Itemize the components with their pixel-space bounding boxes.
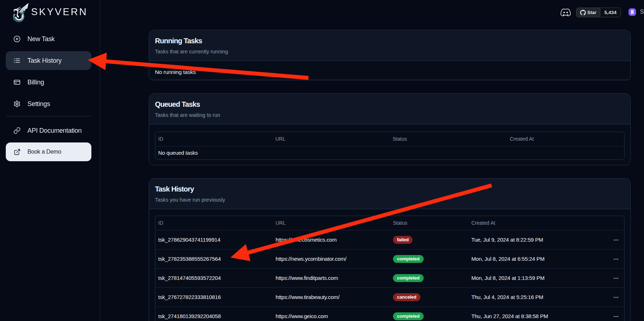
column-header-url: URL	[273, 132, 390, 146]
status-badge: canceled	[393, 293, 420, 301]
brand-logo[interactable]: SKYVERN	[13, 2, 88, 23]
link-icon	[13, 127, 21, 134]
card-title: Running Tasks	[155, 36, 624, 45]
card-description: Tasks that are currently running	[155, 49, 624, 54]
task-url-cell: https://www.finditparts.com	[273, 268, 390, 287]
column-header-id: ID	[155, 216, 273, 230]
column-header-url: URL	[273, 216, 390, 230]
card-description: Tasks that are waiting to run	[155, 112, 624, 118]
task-created-cell: Tue, Jul 9, 2024 at 8:22:59 PM	[468, 230, 606, 249]
github-star-label: Star	[587, 10, 596, 15]
table: ID URL Status Created At No queued tasks	[155, 132, 624, 159]
github-icon	[580, 10, 586, 16]
external-link-icon	[13, 148, 21, 155]
sidebar-secondary-nav: API Documentation Book a Demo	[6, 121, 91, 161]
dots-horizontal-icon[interactable]	[613, 277, 619, 279]
card-content: ID URL Status Created At tsk_27862904374…	[149, 209, 630, 321]
card-content: ID URL Status Created At No queued tasks	[149, 124, 630, 160]
sidebar-item-label: Book a Demo	[27, 149, 61, 155]
task-created-cell: Mon, Jul 8, 2024 at 1:13:59 PM	[468, 268, 606, 287]
table-header-row: ID URL Status Created At	[155, 216, 624, 230]
brand-name: SKYVERN	[31, 7, 88, 17]
task-id-cell: tsk_278629043741199914	[155, 230, 273, 249]
column-header-status: Status	[390, 216, 468, 230]
list-icon	[13, 57, 21, 64]
task-status-cell: failed	[390, 230, 468, 249]
queued-tasks-empty: No queued tasks	[155, 146, 624, 159]
task-row[interactable]: tsk_276727822333810816 https://www.tirab…	[155, 287, 624, 307]
running-tasks-card: Running Tasks Tasks that are currently r…	[149, 30, 631, 80]
status-badge: completed	[393, 274, 424, 282]
task-status-cell: canceled	[390, 287, 468, 307]
task-row[interactable]: tsk_274180139292204058 https://www.geico…	[155, 307, 624, 321]
dots-horizontal-icon[interactable]	[613, 258, 619, 260]
task-url-cell: https://www.tirabeauty.com/	[273, 287, 390, 307]
table-empty-row: No queued tasks	[155, 146, 624, 159]
sidebar-nav: New Task Task History Billing	[6, 30, 91, 113]
discord-icon[interactable]	[561, 9, 571, 16]
sidebar-item-new-task[interactable]: New Task	[6, 30, 91, 48]
sidebar-item-label: Task History	[27, 57, 61, 65]
column-header-created-at: Created At	[507, 132, 624, 146]
sidebar-item-label: Settings	[27, 100, 50, 108]
task-status-cell: completed	[390, 307, 468, 321]
sidebar-item-label: API Documentation	[27, 127, 82, 135]
task-created-cell: Mon, Jul 8, 2024 at 6:55:24 PM	[468, 249, 606, 268]
task-url-cell: https://tartecosmetics.com	[273, 230, 390, 249]
task-actions-cell	[606, 230, 624, 249]
task-url-cell: https://www.geico.com	[273, 307, 390, 321]
task-id-cell: tsk_278235388555267564	[155, 249, 273, 268]
sidebar-item-label: Billing	[27, 79, 44, 86]
task-id-cell: tsk_274180139292204058	[155, 307, 273, 321]
task-row[interactable]: tsk_278235388555267564 https://news.ycom…	[155, 249, 624, 268]
sidebar-item-label: New Task	[27, 35, 55, 43]
task-id-cell: tsk_276727822333810816	[155, 287, 273, 307]
task-status-cell: completed	[390, 249, 468, 268]
sidebar-item-task-history[interactable]: Task History	[6, 51, 91, 70]
task-row[interactable]: tsk_278147405593572204 https://www.findi…	[155, 268, 624, 287]
sidebar-item-book-a-demo[interactable]: Book a Demo	[6, 142, 91, 161]
sidebar: SKYVERN New Task Task History	[0, 0, 100, 321]
task-actions-cell	[606, 268, 624, 287]
status-badge: completed	[393, 255, 424, 263]
user-name: Sk	[640, 9, 644, 15]
organization-avatar[interactable]	[628, 8, 636, 16]
sidebar-item-billing[interactable]: Billing	[6, 73, 91, 92]
github-star-button[interactable]: Star	[576, 8, 600, 17]
running-tasks-header: Running Tasks Tasks that are currently r…	[149, 30, 630, 61]
card-title: Task History	[155, 185, 624, 193]
task-history-card: Task History Tasks you have run previous…	[149, 178, 631, 321]
task-actions-cell	[606, 307, 624, 321]
task-row[interactable]: tsk_278629043741199914 https://tartecosm…	[155, 230, 624, 249]
dots-horizontal-icon[interactable]	[613, 316, 619, 317]
status-badge: failed	[393, 236, 412, 244]
card-title: Queued Tasks	[155, 100, 624, 109]
column-header-created-at: Created At	[468, 216, 606, 230]
queued-tasks-header: Queued Tasks Tasks that are waiting to r…	[149, 94, 630, 124]
sidebar-item-api-documentation[interactable]: API Documentation	[6, 121, 91, 140]
task-actions-cell	[606, 249, 624, 268]
sidebar-divider	[6, 116, 91, 116]
credit-card-icon	[13, 79, 21, 86]
task-history-table: ID URL Status Created At tsk_27862904374…	[155, 216, 624, 321]
queued-tasks-card: Queued Tasks Tasks that are waiting to r…	[149, 93, 631, 165]
gear-icon	[13, 100, 21, 107]
queued-tasks-table: ID URL Status Created At No queued tasks	[155, 132, 624, 160]
github-star-widget[interactable]: Star 5,434	[576, 8, 621, 17]
column-header-actions	[606, 216, 624, 230]
plus-circle-icon	[13, 35, 21, 43]
task-id-cell: tsk_278147405593572204	[155, 268, 273, 287]
task-actions-cell	[606, 287, 624, 307]
column-header-id: ID	[155, 132, 273, 146]
github-star-count[interactable]: 5,434	[600, 8, 621, 17]
task-created-cell: Thu, Jul 4, 2024 at 5:25:16 PM	[468, 287, 606, 307]
topbar: Star 5,434 Sk	[100, 0, 644, 24]
dots-horizontal-icon[interactable]	[613, 296, 619, 298]
task-history-header: Task History Tasks you have run previous…	[149, 179, 630, 209]
dots-horizontal-icon[interactable]	[613, 239, 619, 241]
skyvern-dragon-icon	[13, 2, 29, 23]
main-content: Running Tasks Tasks that are currently r…	[149, 0, 630, 321]
sidebar-item-settings[interactable]: Settings	[6, 94, 91, 113]
task-status-cell: completed	[390, 268, 468, 287]
table-header-row: ID URL Status Created At	[155, 132, 624, 146]
